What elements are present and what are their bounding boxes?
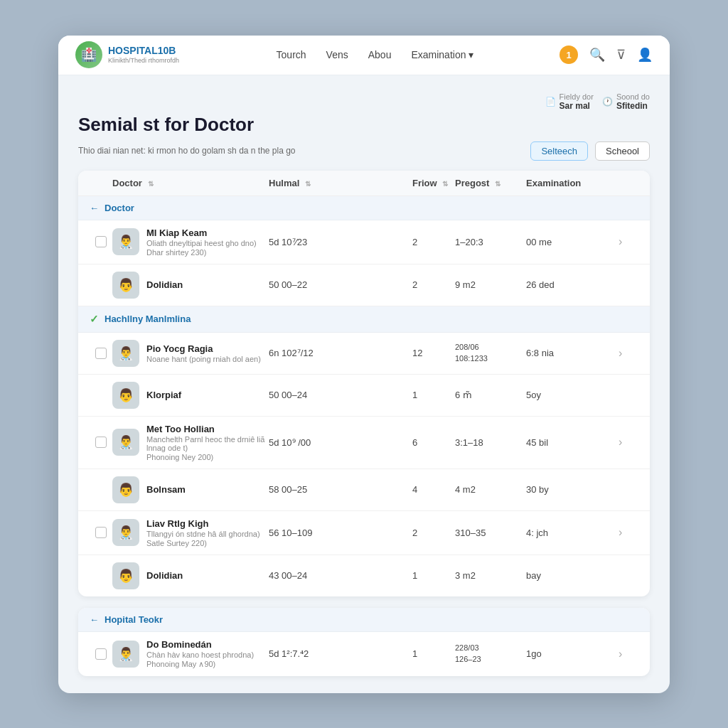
doctor-spec2: Satle Surtey 220) [146,539,260,547]
pregost-value: 6 m̃ [455,390,526,400]
user-icon[interactable]: 👤 [637,47,653,63]
friow-value: 2 [412,237,455,247]
friow-value: 12 [412,348,455,358]
nav-abou[interactable]: Abou [368,49,392,60]
doctor-spec: Manchelth Parnl heoc the drniê liã lnnag… [146,435,269,452]
doctor-cell: 👨‍⚕️ Met Too Hollian Manchelth Parnl heo… [112,424,269,461]
checkbox-cell[interactable] [90,236,112,247]
file-icon: 📄 [545,97,556,107]
nav-links: Tourch Vens Abou Examination ▾ [208,49,542,60]
checkbox-cell[interactable] [90,437,112,448]
doctor-name: MI Kiap Keam [146,228,257,238]
avatar: 👨‍⚕️ [112,519,139,546]
doctor-spec2: Phonoing Ney 200) [146,453,269,461]
soond-action[interactable]: 🕐 Soond do Sfitedin [602,92,650,111]
examination-value: 26 ded [526,279,619,290]
second-table-card: ← Hopital Teokr 👨‍⚕️ Do Bominedán Chàn h… [78,608,650,676]
doctor-cell: 👨 Dolidian [112,562,269,589]
pregost-value: 208/06108:1233 [455,342,526,364]
doctor-spec: Tllangyi ón stdne hâ áll ghordna) [146,530,260,538]
back-icon: ← [90,614,99,625]
section-hachllny: ✓ Hachllny Manlmlina [78,306,650,333]
table-header: Doctor ⇅ Hulmal ⇅ Friow ⇅ Pregost ⇅ Exam… [78,171,650,196]
hulmal-value: 5d 10⁷⁄23 [269,237,412,247]
notification-badge[interactable]: 1 [560,46,578,64]
avatar: 👨‍⚕️ [112,340,139,367]
examination-value: bay [526,570,619,581]
checkbox[interactable] [95,527,107,538]
examination-value: 4: jch [526,528,619,538]
examination-value: 45 bil [526,437,619,448]
friow-value: 1 [412,648,455,659]
checkbox[interactable] [95,236,107,247]
col-doctor: Doctor ⇅ [112,178,269,188]
row-chevron[interactable]: › [619,648,638,660]
checkbox-cell[interactable] [90,648,112,660]
checkbox[interactable] [95,348,107,359]
table-row: 👨 Klorpiaf 50 00–24 1 6 m̃ 5oy [78,375,650,417]
table-row: 👨‍⚕️ Met Too Hollian Manchelth Parnl heo… [78,417,650,469]
friow-value: 2 [412,528,455,538]
pregost-value: 310–35 [455,528,526,538]
subtitle-text: Thio diai nian net: ki rmon ho do golam … [78,146,523,156]
search-icon[interactable]: 🔍 [589,47,605,63]
logo: 🏥 HOSPITAL10B Klinikth/Thedi rthomrofdh [75,41,179,68]
avatar: 👨 [112,272,139,299]
doctor-name: Dolidian [146,570,183,581]
hulmal-value: 5d 1²:7.⁴2 [269,648,412,659]
avatar: 👨 [112,562,139,589]
doctor-cell: 👨 Klorpiaf [112,382,269,409]
table-row: 👨‍⚕️ Liav Rtlg Kigh Tllangyi ón stdne hâ… [78,511,650,555]
checkbox[interactable] [95,648,107,660]
nav-tourch[interactable]: Tourch [277,49,306,60]
nav-examination[interactable]: Examination ▾ [411,49,473,60]
row-chevron[interactable]: › [619,526,638,539]
doctor-name: Dolidian [146,279,183,290]
main-window: 🏥 HOSPITAL10B Klinikth/Thedi rthomrofdh … [58,36,670,693]
avatar: 👨 [112,382,139,409]
row-chevron[interactable]: › [619,436,638,449]
hulmal-value: 43 00–24 [269,570,412,581]
avatar: 👨‍⚕️ [112,641,139,668]
checkbox[interactable] [95,437,107,448]
hulmal-value: 58 00–25 [269,484,412,495]
doctor-name: Met Too Hollian [146,424,269,434]
pregost-value: 3:1–18 [455,437,526,448]
row-chevron[interactable]: › [619,347,638,360]
doctor-spec2: Phonoing May ∧90) [146,660,254,669]
nav-vens[interactable]: Vens [326,49,348,60]
doctor-spec: Chàn hàv kano hoest phrodna) [146,651,254,659]
chevron-down-icon: ▾ [469,49,473,60]
doctor-cell: 👨 Dolidian [112,272,269,299]
friow-value: 2 [412,279,455,290]
col-friow: Friow ⇅ [412,178,455,188]
friow-value: 4 [412,484,455,495]
row-chevron[interactable]: › [619,235,638,248]
friow-value: 1 [412,570,455,581]
checkbox-cell[interactable] [90,527,112,538]
top-actions: 📄 Fieldy dor Sar mal 🕐 Soond do Sfitedin [78,92,650,111]
doctor-name: Liav Rtlg Kigh [146,518,260,529]
checkbox-cell[interactable] [90,348,112,359]
avatar: 👨 [112,476,139,503]
examination-value: 30 by [526,484,619,495]
examination-value: 1go [526,648,619,659]
table-row: 👨‍⚕️ Pio Yocg Ragia Noane hant (poing rn… [78,333,650,375]
check-icon: ✓ [90,313,99,326]
col-pregost: Pregost ⇅ [455,178,526,188]
section-doctor: ← Doctor [78,196,650,220]
filter-selteech[interactable]: Selteech [530,141,588,161]
hulmal-value: 50 00–24 [269,390,412,400]
fieldy-action[interactable]: 📄 Fieldy dor Sar mal [545,92,594,111]
doctor-cell: 👨‍⚕️ MI Kiap Keam Oliath dneyltipai hees… [112,228,269,257]
clock-icon: 🕐 [602,97,613,107]
avatar: 👨‍⚕️ [112,429,139,456]
doctor-cell: 👨 Bolnsam [112,476,269,503]
filter-icon[interactable]: ⊽ [616,47,626,63]
pregost-value: 9 m2 [455,279,526,290]
doctor-cell: 👨‍⚕️ Liav Rtlg Kigh Tllangyi ón stdne hâ… [112,518,269,547]
avatar: 👨‍⚕️ [112,228,139,255]
friow-value: 1 [412,390,455,400]
content-area: 📄 Fieldy dor Sar mal 🕐 Soond do Sfitedin… [58,75,670,693]
filter-scheool[interactable]: Scheool [595,141,650,161]
